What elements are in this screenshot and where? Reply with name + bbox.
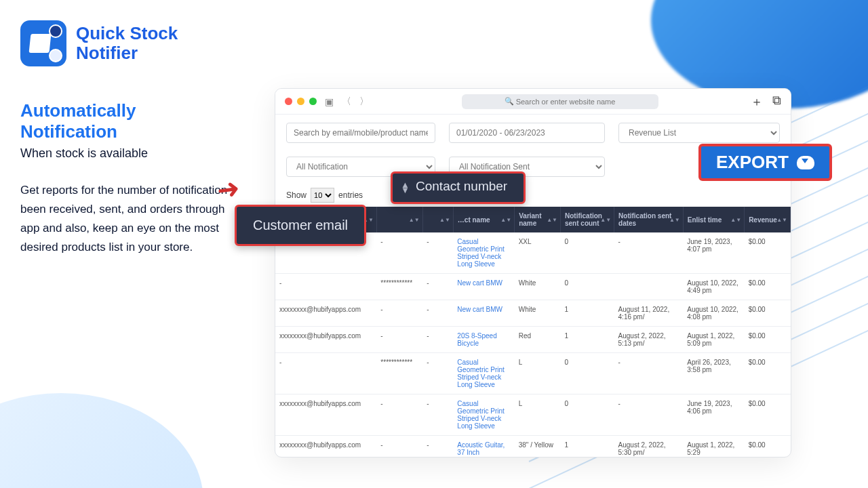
cell-enlist: August 1, 2022, 5:09 pm [683, 327, 744, 353]
callout-customer-email: Customer email [235, 205, 366, 246]
cell-revenue: $0.00 [745, 300, 791, 327]
cell-email: - [275, 353, 376, 394]
th-phone[interactable]: ▲▼ [376, 207, 422, 232]
table-row: xxxxxxxx@hubifyapps.com--20S 8-Speed Bic… [275, 327, 791, 353]
cell-product[interactable]: New cart BMW [453, 274, 514, 300]
cell-country: - [422, 232, 453, 274]
cell-count: 1 [560, 300, 614, 327]
cell-product[interactable]: Casual Geometric Print Striped V-neck Lo… [453, 394, 514, 436]
cell-country: - [422, 300, 453, 327]
arrow-icon: ➜ [215, 172, 242, 206]
cell-variant: XXL [515, 232, 561, 274]
cell-country: - [422, 274, 453, 300]
cell-product[interactable]: Casual Geometric Print Striped V-neck Lo… [453, 232, 514, 274]
cell-phone: ************ [376, 274, 422, 300]
cell-dates [614, 274, 684, 300]
cell-phone: - [376, 232, 422, 274]
cell-revenue: $0.00 [745, 274, 791, 300]
cell-variant: White [515, 274, 561, 300]
cell-enlist: August 10, 2022, 4:49 pm [683, 274, 744, 300]
cell-revenue: $0.00 [745, 327, 791, 353]
cell-email: xxxxxxxx@hubifyapps.com [275, 436, 376, 458]
th-enlist[interactable]: Enlist time▲▼ [683, 207, 744, 232]
back-icon[interactable]: 〈 [342, 96, 351, 108]
cell-country: - [422, 436, 453, 458]
entries-pager: Show 10 entries [275, 177, 791, 207]
minimize-icon[interactable] [297, 98, 304, 105]
promo-body: Get reports for the number of notificati… [20, 181, 237, 257]
cell-variant: White [515, 300, 561, 327]
cell-count: 0 [560, 232, 614, 274]
cell-country: - [422, 327, 453, 353]
cell-revenue: $0.00 [745, 394, 791, 436]
cell-revenue: $0.00 [745, 353, 791, 394]
cell-revenue: $0.00 [745, 436, 791, 458]
cell-dates: August 2, 2022, 5:13 pm/ [614, 327, 684, 353]
cell-phone: - [376, 394, 422, 436]
new-tab-icon[interactable]: ＋ [751, 94, 763, 110]
maximize-icon[interactable] [309, 98, 317, 105]
cell-email: - [275, 274, 376, 300]
cell-count: 0 [560, 353, 614, 394]
forward-icon[interactable]: 〉 [359, 96, 369, 108]
th-revenue[interactable]: Revenue▲▼ [745, 207, 791, 232]
revenue-select[interactable]: Revenue List [618, 123, 780, 143]
cell-enlist: June 19, 2023, 4:07 pm [683, 232, 744, 274]
cell-product[interactable]: New cart BMW [453, 300, 514, 327]
cell-dates: - [614, 353, 684, 394]
decorative-footer-blob [0, 393, 203, 488]
cell-product[interactable]: Acoustic Guitar, 37 Inch [453, 436, 514, 458]
cell-variant: Red [515, 327, 561, 353]
cell-variant: L [515, 353, 561, 394]
table-row: -************-Casual Geometric Print Str… [275, 353, 791, 394]
entries-per-page-select[interactable]: 10 [311, 188, 334, 203]
cell-email: xxxxxxxx@hubifyapps.com [275, 300, 376, 327]
th-sent-count[interactable]: Notification sent count▲▼ [560, 207, 614, 232]
cell-phone: - [376, 327, 422, 353]
table-row: xxxxxxxx@hubifyapps.com--Casual Geometri… [275, 394, 791, 436]
table-row: -************-New cart BMWWhite0August 1… [275, 274, 791, 300]
cell-count: 0 [560, 394, 614, 436]
th-country[interactable]: ▲▼ [422, 207, 453, 232]
promo-subheading: When stock is available [20, 146, 237, 161]
app-title: Quick Stock Notifier [76, 24, 178, 62]
close-icon[interactable] [285, 98, 292, 105]
sort-icon: ▲▼ [401, 182, 410, 193]
cloud-download-icon [797, 156, 814, 169]
cell-phone: - [376, 300, 422, 327]
cell-variant: 38" / Yellow [515, 436, 561, 458]
th-variant[interactable]: Variant name▲▼ [515, 207, 561, 232]
export-button[interactable]: EXPORT [698, 144, 832, 181]
cell-enlist: April 26, 2023, 3:58 pm [683, 353, 744, 394]
cell-enlist: August 1, 2022, 5:29 [683, 436, 744, 458]
copy-icon[interactable]: ⧉ [772, 94, 781, 110]
cell-count: 0 [560, 274, 614, 300]
app-logo-area: Quick Stock Notifier [20, 20, 178, 66]
app-logo-icon [20, 20, 66, 66]
cell-dates: August 2, 2022, 5:30 pm/ [614, 436, 684, 458]
th-product[interactable]: …ct name▲▼ [453, 207, 514, 232]
cell-count: 1 [560, 327, 614, 353]
cell-revenue: $0.00 [745, 232, 791, 274]
date-range-input[interactable] [449, 123, 605, 143]
address-bar[interactable]: 🔍 Search or enter website name [462, 94, 658, 109]
search-input[interactable] [286, 123, 435, 143]
table-row: xxxxxxxx@hubifyapps.com--New cart BMWWhi… [275, 300, 791, 327]
cell-product[interactable]: 20S 8-Speed Bicycle [453, 327, 514, 353]
cell-dates: - [614, 232, 684, 274]
cell-enlist: June 19, 2023, 4:06 pm [683, 394, 744, 436]
window-controls[interactable] [285, 98, 317, 105]
cell-product[interactable]: Casual Geometric Print Striped V-neck Lo… [453, 353, 514, 394]
cell-phone: ************ [376, 353, 422, 394]
table-row: xxxxxxxx@hubifyapps.com--Acoustic Guitar… [275, 436, 791, 458]
cell-variant: L [515, 394, 561, 436]
cell-phone: - [376, 436, 422, 458]
sidebar-toggle-icon[interactable]: ▣ [325, 96, 334, 107]
promo-heading: Automatically Notification [20, 100, 237, 142]
th-sent-dates[interactable]: Notification sent dates▲▼ [614, 207, 684, 232]
callout-contact-number: ▲▼ Contact number [391, 171, 526, 204]
cell-email: xxxxxxxx@hubifyapps.com [275, 394, 376, 436]
browser-toolbar: ▣ 〈 〉 🔍 Search or enter website name ＋ ⧉ [275, 89, 791, 115]
cell-dates: - [614, 394, 684, 436]
search-icon: 🔍 [505, 97, 514, 106]
